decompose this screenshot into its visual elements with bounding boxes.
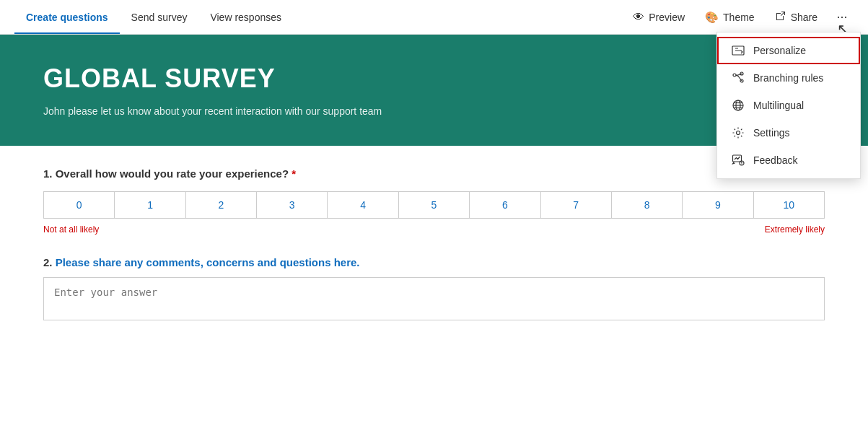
tab-send-survey[interactable]: Send survey — [120, 0, 199, 34]
rating-8[interactable]: 8 — [612, 192, 683, 218]
share-button[interactable]: Share — [768, 6, 825, 28]
rating-6[interactable]: 6 — [470, 192, 540, 218]
tab-create-questions[interactable]: Create questions — [14, 0, 120, 34]
rating-4[interactable]: 4 — [328, 192, 398, 218]
rating-9[interactable]: 9 — [683, 192, 753, 218]
rating-5[interactable]: 5 — [399, 192, 470, 218]
eye-icon: 👁 — [633, 11, 644, 24]
survey-description: John please let us know about your recen… — [43, 105, 825, 117]
dropdown-item-personalize[interactable]: Personalize — [717, 37, 860, 64]
svg-point-9 — [737, 131, 740, 135]
feedback-icon — [732, 154, 745, 167]
personalize-icon — [732, 44, 745, 57]
branch-icon — [732, 71, 745, 84]
question-1: 1. Overall how would you rate your exper… — [43, 167, 825, 235]
question-1-label: 1. Overall how would you rate your exper… — [43, 167, 825, 180]
rating-10[interactable]: 10 — [754, 192, 824, 218]
dropdown-item-branching[interactable]: Branching rules — [717, 64, 860, 92]
dropdown-item-settings[interactable]: Settings — [717, 119, 860, 146]
rating-3[interactable]: 3 — [257, 192, 328, 218]
survey-title: GLOBAL SURVEY — [43, 64, 825, 94]
svg-point-1 — [733, 74, 736, 76]
settings-icon — [732, 126, 745, 139]
dropdown-menu: Personalize Branching rules — [716, 32, 861, 179]
label-low: Not at all likely — [43, 224, 99, 235]
rating-7[interactable]: 7 — [541, 192, 612, 218]
preview-button[interactable]: 👁 Preview — [626, 6, 692, 28]
dropdown-item-feedback[interactable]: Feedback — [717, 146, 860, 174]
rating-2[interactable]: 2 — [186, 192, 257, 218]
question-2: 2. Please share any comments, concerns a… — [43, 256, 825, 323]
rating-labels: Not at all likely Extremely likely — [43, 224, 825, 235]
rating-1[interactable]: 1 — [115, 192, 185, 218]
top-navigation: Create questions Send survey View respon… — [0, 0, 868, 35]
nav-tabs: Create questions Send survey View respon… — [14, 0, 293, 34]
rating-scale: 0 1 2 3 4 5 6 7 8 9 10 — [43, 191, 825, 219]
tab-view-responses[interactable]: View responses — [198, 0, 293, 34]
rating-0[interactable]: 0 — [44, 192, 115, 218]
globe-icon — [732, 99, 745, 112]
theme-button[interactable]: 🎨 Theme — [698, 6, 762, 28]
dropdown-item-multilingual[interactable]: Multilingual — [717, 92, 860, 119]
answer-input[interactable] — [43, 277, 825, 320]
more-options-button[interactable]: ··· — [830, 6, 854, 29]
palette-icon: 🎨 — [705, 11, 719, 24]
label-high: Extremely likely — [765, 224, 825, 235]
question-2-label: 2. Please share any comments, concerns a… — [43, 256, 825, 268]
share-icon — [775, 10, 786, 24]
ellipsis-icon: ··· — [836, 9, 847, 25]
nav-actions: 👁 Preview 🎨 Theme Share ··· — [626, 6, 854, 29]
